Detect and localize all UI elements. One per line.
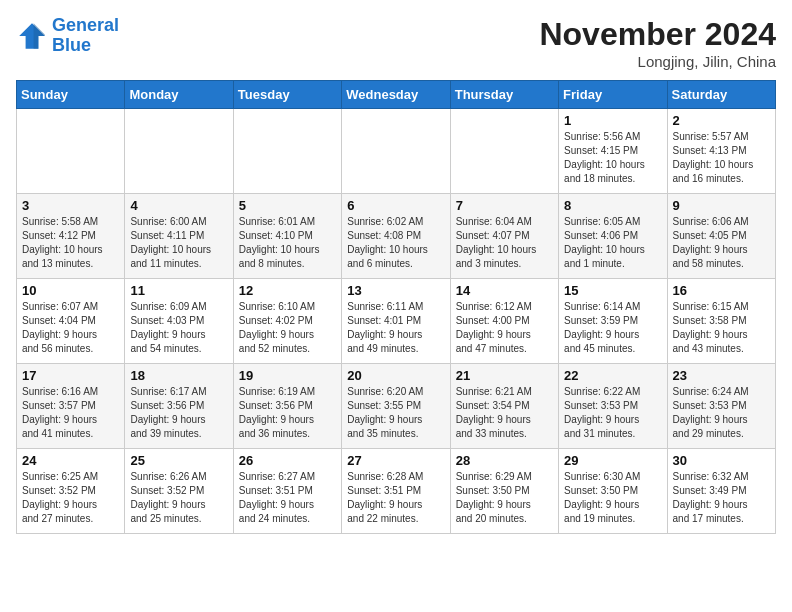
calendar-cell: 1Sunrise: 5:56 AM Sunset: 4:15 PM Daylig…	[559, 109, 667, 194]
calendar-cell: 4Sunrise: 6:00 AM Sunset: 4:11 PM Daylig…	[125, 194, 233, 279]
day-info: Sunrise: 6:30 AM Sunset: 3:50 PM Dayligh…	[564, 470, 661, 526]
day-number: 23	[673, 368, 770, 383]
calendar-cell: 15Sunrise: 6:14 AM Sunset: 3:59 PM Dayli…	[559, 279, 667, 364]
calendar-cell: 2Sunrise: 5:57 AM Sunset: 4:13 PM Daylig…	[667, 109, 775, 194]
day-info: Sunrise: 6:06 AM Sunset: 4:05 PM Dayligh…	[673, 215, 770, 271]
logo-line2: Blue	[52, 35, 91, 55]
day-number: 24	[22, 453, 119, 468]
logo: General Blue	[16, 16, 119, 56]
calendar-cell: 3Sunrise: 5:58 AM Sunset: 4:12 PM Daylig…	[17, 194, 125, 279]
calendar-cell: 24Sunrise: 6:25 AM Sunset: 3:52 PM Dayli…	[17, 449, 125, 534]
calendar-cell: 9Sunrise: 6:06 AM Sunset: 4:05 PM Daylig…	[667, 194, 775, 279]
day-number: 14	[456, 283, 553, 298]
day-number: 19	[239, 368, 336, 383]
day-number: 15	[564, 283, 661, 298]
location: Longjing, Jilin, China	[539, 53, 776, 70]
day-info: Sunrise: 6:04 AM Sunset: 4:07 PM Dayligh…	[456, 215, 553, 271]
calendar-header-row: SundayMondayTuesdayWednesdayThursdayFrid…	[17, 81, 776, 109]
logo-text: General Blue	[52, 16, 119, 56]
calendar-cell: 10Sunrise: 6:07 AM Sunset: 4:04 PM Dayli…	[17, 279, 125, 364]
day-info: Sunrise: 6:11 AM Sunset: 4:01 PM Dayligh…	[347, 300, 444, 356]
day-info: Sunrise: 6:09 AM Sunset: 4:03 PM Dayligh…	[130, 300, 227, 356]
calendar-cell: 27Sunrise: 6:28 AM Sunset: 3:51 PM Dayli…	[342, 449, 450, 534]
day-info: Sunrise: 6:20 AM Sunset: 3:55 PM Dayligh…	[347, 385, 444, 441]
calendar-cell: 5Sunrise: 6:01 AM Sunset: 4:10 PM Daylig…	[233, 194, 341, 279]
day-info: Sunrise: 6:15 AM Sunset: 3:58 PM Dayligh…	[673, 300, 770, 356]
day-number: 5	[239, 198, 336, 213]
calendar-cell: 20Sunrise: 6:20 AM Sunset: 3:55 PM Dayli…	[342, 364, 450, 449]
day-number: 26	[239, 453, 336, 468]
weekday-header: Tuesday	[233, 81, 341, 109]
calendar-cell: 8Sunrise: 6:05 AM Sunset: 4:06 PM Daylig…	[559, 194, 667, 279]
day-info: Sunrise: 6:07 AM Sunset: 4:04 PM Dayligh…	[22, 300, 119, 356]
day-info: Sunrise: 5:58 AM Sunset: 4:12 PM Dayligh…	[22, 215, 119, 271]
day-info: Sunrise: 6:17 AM Sunset: 3:56 PM Dayligh…	[130, 385, 227, 441]
day-number: 9	[673, 198, 770, 213]
day-info: Sunrise: 6:05 AM Sunset: 4:06 PM Dayligh…	[564, 215, 661, 271]
calendar: SundayMondayTuesdayWednesdayThursdayFrid…	[16, 80, 776, 534]
calendar-cell: 12Sunrise: 6:10 AM Sunset: 4:02 PM Dayli…	[233, 279, 341, 364]
day-number: 27	[347, 453, 444, 468]
month-title: November 2024	[539, 16, 776, 53]
calendar-cell: 14Sunrise: 6:12 AM Sunset: 4:00 PM Dayli…	[450, 279, 558, 364]
day-number: 20	[347, 368, 444, 383]
weekday-header: Monday	[125, 81, 233, 109]
calendar-week-row: 1Sunrise: 5:56 AM Sunset: 4:15 PM Daylig…	[17, 109, 776, 194]
calendar-cell: 11Sunrise: 6:09 AM Sunset: 4:03 PM Dayli…	[125, 279, 233, 364]
day-info: Sunrise: 5:57 AM Sunset: 4:13 PM Dayligh…	[673, 130, 770, 186]
day-number: 18	[130, 368, 227, 383]
calendar-cell: 21Sunrise: 6:21 AM Sunset: 3:54 PM Dayli…	[450, 364, 558, 449]
calendar-cell: 7Sunrise: 6:04 AM Sunset: 4:07 PM Daylig…	[450, 194, 558, 279]
day-info: Sunrise: 6:10 AM Sunset: 4:02 PM Dayligh…	[239, 300, 336, 356]
calendar-week-row: 3Sunrise: 5:58 AM Sunset: 4:12 PM Daylig…	[17, 194, 776, 279]
day-number: 2	[673, 113, 770, 128]
calendar-week-row: 10Sunrise: 6:07 AM Sunset: 4:04 PM Dayli…	[17, 279, 776, 364]
day-info: Sunrise: 6:12 AM Sunset: 4:00 PM Dayligh…	[456, 300, 553, 356]
day-number: 11	[130, 283, 227, 298]
calendar-cell: 22Sunrise: 6:22 AM Sunset: 3:53 PM Dayli…	[559, 364, 667, 449]
day-number: 30	[673, 453, 770, 468]
calendar-cell	[17, 109, 125, 194]
day-info: Sunrise: 6:01 AM Sunset: 4:10 PM Dayligh…	[239, 215, 336, 271]
day-number: 16	[673, 283, 770, 298]
calendar-cell	[233, 109, 341, 194]
page: General Blue November 2024 Longjing, Jil…	[0, 0, 792, 544]
day-info: Sunrise: 6:29 AM Sunset: 3:50 PM Dayligh…	[456, 470, 553, 526]
day-info: Sunrise: 6:25 AM Sunset: 3:52 PM Dayligh…	[22, 470, 119, 526]
day-number: 7	[456, 198, 553, 213]
calendar-cell: 16Sunrise: 6:15 AM Sunset: 3:58 PM Dayli…	[667, 279, 775, 364]
calendar-cell: 23Sunrise: 6:24 AM Sunset: 3:53 PM Dayli…	[667, 364, 775, 449]
calendar-cell: 18Sunrise: 6:17 AM Sunset: 3:56 PM Dayli…	[125, 364, 233, 449]
header: General Blue November 2024 Longjing, Jil…	[16, 16, 776, 70]
day-number: 3	[22, 198, 119, 213]
day-number: 28	[456, 453, 553, 468]
calendar-week-row: 24Sunrise: 6:25 AM Sunset: 3:52 PM Dayli…	[17, 449, 776, 534]
day-number: 21	[456, 368, 553, 383]
calendar-cell	[450, 109, 558, 194]
day-info: Sunrise: 6:22 AM Sunset: 3:53 PM Dayligh…	[564, 385, 661, 441]
day-number: 6	[347, 198, 444, 213]
calendar-cell: 26Sunrise: 6:27 AM Sunset: 3:51 PM Dayli…	[233, 449, 341, 534]
logo-line1: General	[52, 15, 119, 35]
day-number: 8	[564, 198, 661, 213]
weekday-header: Thursday	[450, 81, 558, 109]
day-info: Sunrise: 6:21 AM Sunset: 3:54 PM Dayligh…	[456, 385, 553, 441]
title-block: November 2024 Longjing, Jilin, China	[539, 16, 776, 70]
day-info: Sunrise: 6:19 AM Sunset: 3:56 PM Dayligh…	[239, 385, 336, 441]
day-number: 22	[564, 368, 661, 383]
svg-marker-1	[34, 23, 45, 49]
calendar-cell: 28Sunrise: 6:29 AM Sunset: 3:50 PM Dayli…	[450, 449, 558, 534]
day-number: 4	[130, 198, 227, 213]
day-info: Sunrise: 6:14 AM Sunset: 3:59 PM Dayligh…	[564, 300, 661, 356]
day-info: Sunrise: 6:02 AM Sunset: 4:08 PM Dayligh…	[347, 215, 444, 271]
day-number: 17	[22, 368, 119, 383]
day-number: 13	[347, 283, 444, 298]
day-number: 10	[22, 283, 119, 298]
calendar-cell	[342, 109, 450, 194]
calendar-cell: 13Sunrise: 6:11 AM Sunset: 4:01 PM Dayli…	[342, 279, 450, 364]
day-number: 12	[239, 283, 336, 298]
day-number: 29	[564, 453, 661, 468]
weekday-header: Sunday	[17, 81, 125, 109]
weekday-header: Saturday	[667, 81, 775, 109]
day-info: Sunrise: 6:24 AM Sunset: 3:53 PM Dayligh…	[673, 385, 770, 441]
